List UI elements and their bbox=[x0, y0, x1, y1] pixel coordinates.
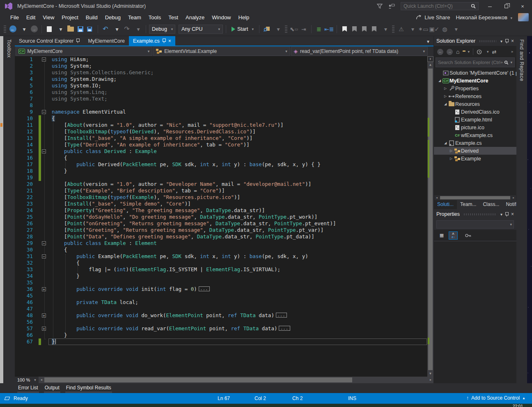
toolbar-grip[interactable] bbox=[285, 25, 287, 33]
expand-region-icon[interactable]: + bbox=[42, 327, 46, 331]
line-number[interactable]: 34 bbox=[15, 273, 39, 279]
alphabetical-sort-button[interactable]: Az↓ bbox=[449, 231, 458, 240]
menu-file[interactable]: File bbox=[7, 14, 23, 21]
line-number[interactable]: 10 bbox=[15, 115, 39, 122]
menu-debug[interactable]: Debug bbox=[101, 14, 124, 21]
code-line-21[interactable]: 21[Type("Example", "Brief description", … bbox=[15, 187, 433, 194]
line-number[interactable]: 35 bbox=[15, 279, 39, 286]
expand-arrow-icon[interactable]: ▷ bbox=[443, 87, 448, 90]
line-number[interactable]: 6 bbox=[15, 89, 39, 96]
toggle-bookmark-button[interactable] bbox=[340, 24, 349, 34]
line-number[interactable]: 33 bbox=[15, 266, 39, 273]
outlining-margin[interactable] bbox=[41, 89, 48, 96]
scrollbar-thumb[interactable] bbox=[428, 69, 433, 370]
code-line-45[interactable]: 45 bbox=[15, 293, 433, 299]
forward-button[interactable]: → bbox=[447, 49, 453, 55]
code-line-11[interactable]: 11[About(version = "1.0", author = "Nic"… bbox=[15, 122, 433, 128]
code-line-15[interactable]: 15−public class Derived : Example bbox=[15, 148, 433, 155]
tree-item-derived[interactable]: ▷Derived bbox=[434, 147, 516, 155]
code-line-12[interactable]: 12[ToolboxBitmap(typeof(Derived), "Resou… bbox=[15, 128, 433, 135]
line-number[interactable]: 16 bbox=[15, 155, 39, 161]
code-line-47[interactable]: 47 bbox=[15, 306, 433, 312]
outlining-margin[interactable]: − bbox=[41, 109, 48, 115]
menu-window[interactable]: Window bbox=[208, 14, 234, 21]
panel-tab-soluti[interactable]: Soluti... bbox=[434, 200, 457, 209]
scrollbar-thumb[interactable] bbox=[44, 377, 353, 382]
code-line-3[interactable]: 3using System.Collections.Generic; bbox=[15, 69, 433, 76]
outlining-margin[interactable] bbox=[41, 128, 48, 135]
expand-arrow-icon[interactable]: ▷ bbox=[449, 149, 454, 153]
menu-build[interactable]: Build bbox=[82, 14, 101, 21]
outlining-margin[interactable] bbox=[41, 299, 48, 306]
sync-namespaces-button[interactable]: ⇥ bbox=[299, 24, 308, 34]
outlining-margin[interactable] bbox=[41, 122, 48, 128]
toolbox-side-tab[interactable]: Toolbox bbox=[3, 36, 15, 383]
close-button[interactable]: × bbox=[517, 3, 528, 9]
close-icon[interactable]: × bbox=[168, 38, 171, 44]
outlining-margin[interactable] bbox=[41, 227, 48, 233]
error-list-dropdown[interactable]: ▾ bbox=[408, 24, 417, 34]
code-line-23[interactable]: 23[Install("_base", "Simple demo", "Core… bbox=[15, 201, 433, 207]
code-line-30[interactable]: 30{ bbox=[15, 247, 433, 253]
back-button[interactable]: ← bbox=[437, 49, 443, 55]
add-item-button[interactable]: ✶▭ bbox=[418, 24, 428, 34]
line-number[interactable]: 66 bbox=[15, 332, 39, 338]
line-number[interactable]: 22 bbox=[15, 194, 39, 201]
code-line-67[interactable]: 67} bbox=[15, 338, 433, 345]
outlining-margin[interactable] bbox=[41, 338, 48, 345]
line-number[interactable]: 36 bbox=[15, 286, 39, 293]
panel-tab-class[interactable]: Class... bbox=[479, 200, 502, 209]
line-number[interactable]: 32 bbox=[15, 260, 39, 266]
menu-tools[interactable]: Tools bbox=[145, 14, 165, 21]
line-number[interactable]: 30 bbox=[15, 247, 39, 253]
restore-button[interactable] bbox=[501, 3, 511, 9]
outlining-margin[interactable] bbox=[41, 293, 48, 299]
code-line-36[interactable]: 36+public override void init(int flag = … bbox=[15, 286, 433, 293]
line-number[interactable]: 5 bbox=[15, 82, 39, 89]
new-project-dropdown[interactable]: ▾ bbox=[56, 24, 65, 34]
new-project-button[interactable] bbox=[45, 24, 54, 34]
scrollbar-thumb[interactable] bbox=[440, 196, 510, 199]
line-number[interactable]: 14 bbox=[15, 142, 39, 148]
menu-project[interactable]: Project bbox=[58, 14, 82, 21]
categorized-view-button[interactable]: ▦ bbox=[437, 231, 446, 240]
collapse-arrow-icon[interactable]: ◢ bbox=[443, 102, 448, 106]
line-number[interactable]: 47 bbox=[15, 306, 39, 312]
save-button[interactable] bbox=[76, 24, 85, 34]
outlining-margin[interactable] bbox=[41, 135, 48, 142]
bottom-tab-output[interactable]: Output bbox=[42, 383, 62, 393]
pin-icon[interactable] bbox=[505, 39, 509, 43]
code-line-29[interactable]: 29−public class Example : Element bbox=[15, 240, 433, 247]
line-number[interactable]: 25 bbox=[15, 214, 39, 220]
feedback-filter-icon[interactable] bbox=[377, 4, 383, 9]
pending-changes-filter-button[interactable] bbox=[477, 49, 482, 55]
code-line-24[interactable]: 24[Property("Greeting", "The greeting me… bbox=[15, 207, 433, 214]
select-container-button[interactable]: ⬉▭ bbox=[289, 24, 298, 34]
error-list-button[interactable]: ⚠ bbox=[397, 24, 406, 34]
pin-icon[interactable] bbox=[505, 212, 509, 217]
code-line-9[interactable]: 9−namespace ElementVirtual bbox=[15, 109, 433, 115]
close-icon[interactable]: × bbox=[511, 211, 514, 217]
code-line-5[interactable]: 5using System.IO; bbox=[15, 82, 433, 89]
solution-explorer-header[interactable]: Solution Explorer ▾ × bbox=[434, 36, 516, 46]
editor-horizontal-scrollbar[interactable]: ◂ ▸ bbox=[39, 377, 433, 383]
member-dropdown[interactable]: ◈ read_var(ElementPoint point, ref TData… bbox=[291, 47, 428, 56]
outlining-margin[interactable] bbox=[41, 220, 48, 227]
tree-item-myelementcore[interactable]: ◢C#MyElementCore bbox=[434, 77, 516, 85]
outlining-margin[interactable] bbox=[41, 76, 48, 82]
code-line-32[interactable]: 32{ bbox=[15, 260, 433, 266]
code-line-57[interactable]: 57+public override void read_var(Element… bbox=[15, 325, 433, 332]
outlining-margin[interactable] bbox=[41, 273, 48, 279]
tree-item-example-cs[interactable]: ◢Example.cs bbox=[434, 139, 516, 147]
quick-launch-box[interactable] bbox=[401, 2, 479, 10]
tab-source-control-explorer[interactable]: Source Control Explorer bbox=[15, 36, 84, 46]
clear-bookmarks-button[interactable] bbox=[369, 24, 378, 34]
properties-header[interactable]: Properties ▾ × bbox=[434, 209, 516, 219]
code-line-27[interactable]: 27[Point("Greeting", "Returns greeting m… bbox=[15, 227, 433, 233]
line-number[interactable]: 57 bbox=[15, 325, 39, 332]
code-line-19[interactable]: 19 bbox=[15, 174, 433, 181]
outlining-margin[interactable]: + bbox=[41, 286, 48, 293]
outlining-margin[interactable] bbox=[41, 69, 48, 76]
navigate-backward-dropdown[interactable]: ▾ bbox=[20, 24, 29, 34]
outlining-margin[interactable] bbox=[41, 201, 48, 207]
